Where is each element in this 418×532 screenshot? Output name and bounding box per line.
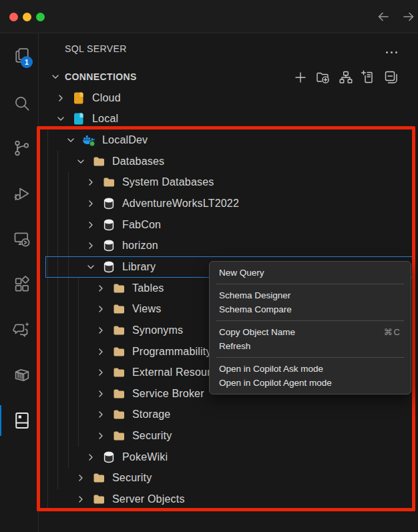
chevron-right-icon[interactable] (95, 325, 106, 336)
menu-item-label: Schema Designer (219, 290, 290, 300)
tree-row-label: LocalDev (102, 134, 148, 146)
add-connection-icon[interactable] (292, 69, 308, 85)
tree-row-localdev[interactable]: LocalDev (39, 129, 418, 151)
extensions-icon[interactable] (13, 275, 31, 294)
chevron-right-icon[interactable] (95, 367, 106, 378)
menu-item-label: Open in Copilot Ask mode (219, 364, 323, 374)
chevron-right-icon[interactable] (85, 177, 96, 188)
more-actions-icon[interactable] (386, 47, 402, 57)
folder-icon (112, 282, 126, 295)
tree-row-security[interactable]: Security (39, 425, 418, 447)
chat-icon[interactable] (13, 320, 31, 339)
tree-row-label: Tables (132, 282, 164, 294)
chevron-right-icon[interactable] (95, 409, 106, 420)
menu-item-open-in-copilot-ask-mode[interactable]: Open in Copilot Ask mode (210, 362, 411, 376)
sidebar-title: SQL SERVER (65, 43, 127, 54)
chevron-down-icon[interactable] (85, 262, 96, 272)
connections-chevron-icon[interactable] (50, 71, 61, 82)
chevron-right-icon[interactable] (75, 473, 86, 483)
chevron-right-icon[interactable] (75, 494, 86, 505)
tree-row-label: Databases (112, 156, 164, 168)
chevron-right-icon[interactable] (95, 304, 106, 314)
context-menu: New QuerySchema DesignerSchema CompareCo… (209, 261, 411, 394)
folder-icon (112, 366, 126, 379)
tree-row-adventureworkslt2022[interactable]: AdventureWorksLT2022 (39, 193, 418, 214)
menu-separator (216, 357, 404, 358)
tree-row-label: AdventureWorksLT2022 (122, 198, 239, 210)
folder-icon (112, 408, 126, 421)
folder-icon (92, 155, 106, 168)
tree-row-label: horizon (122, 240, 158, 252)
tree-row-system-databases[interactable]: System Databases (39, 172, 418, 194)
traffic-lights (9, 13, 45, 21)
docker-icon (82, 134, 95, 147)
database-icon (102, 260, 116, 274)
explorer-badge: 1 (21, 56, 33, 68)
source-control-icon[interactable] (13, 139, 31, 158)
chevron-down-icon[interactable] (75, 156, 86, 167)
tree-row-horizon[interactable]: horizon (39, 235, 418, 256)
tree-row-label: Service Broker (132, 388, 204, 400)
folder-icon (92, 493, 106, 506)
collapse-all-icon[interactable] (383, 69, 399, 85)
tree-row-label: Cloud (92, 92, 121, 104)
close-button[interactable] (9, 13, 18, 21)
server-group-icon[interactable] (338, 69, 354, 85)
remote-explorer-icon[interactable] (13, 230, 31, 248)
menu-separator (216, 320, 404, 321)
chevron-right-icon[interactable] (95, 431, 106, 441)
chevron-down-icon[interactable] (55, 113, 66, 124)
menu-item-copy-object-name[interactable]: Copy Object Name⌘C (210, 325, 411, 339)
chevron-right-icon[interactable] (85, 198, 96, 209)
new-connection-group-icon[interactable] (315, 69, 331, 85)
tree-row-label: Security (132, 430, 172, 442)
sql-server-icon[interactable] (13, 411, 31, 430)
chevron-right-icon[interactable] (95, 388, 106, 399)
menu-item-new-query[interactable]: New Query (210, 266, 411, 280)
containers-icon[interactable] (13, 366, 31, 384)
search-icon[interactable] (13, 94, 31, 113)
chevron-right-icon[interactable] (85, 220, 96, 230)
chevron-right-icon[interactable] (95, 346, 106, 357)
menu-item-schema-designer[interactable]: Schema Designer (210, 288, 411, 302)
chevron-down-icon[interactable] (65, 135, 76, 146)
connections-section-header[interactable]: CONNECTIONS (65, 71, 137, 82)
menu-item-refresh[interactable]: Refresh (210, 339, 411, 353)
chevron-right-icon[interactable] (55, 93, 66, 103)
active-view-indicator (0, 405, 1, 436)
tree-row-databases[interactable]: Databases (39, 151, 418, 172)
database-icon (102, 197, 116, 210)
menu-item-schema-compare[interactable]: Schema Compare (210, 302, 411, 316)
tree-row-label: PokeWiki (122, 451, 168, 463)
menu-separator (216, 284, 404, 284)
maximize-button[interactable] (36, 13, 45, 21)
tree-row-storage[interactable]: Storage (39, 405, 418, 426)
chevron-right-icon[interactable] (95, 283, 106, 294)
folder-icon (112, 302, 126, 316)
tree-row-label: Security (112, 472, 152, 484)
activity-bar: 1 (0, 33, 39, 532)
run-debug-icon[interactable] (13, 184, 31, 203)
add-server-icon[interactable] (361, 69, 377, 85)
tree-row-local[interactable]: Local (39, 109, 418, 130)
menu-item-label: Schema Compare (219, 304, 292, 314)
tree-row-label: FabCon (122, 219, 161, 231)
chevron-right-icon[interactable] (85, 452, 96, 463)
back-arrow-icon[interactable] (376, 9, 391, 24)
titlebar (0, 0, 418, 33)
database-icon (102, 218, 116, 232)
tree-row-server-objects[interactable]: Server Objects (39, 489, 418, 510)
tree-row-pokewiki[interactable]: PokeWiki (39, 447, 418, 468)
tree-row-security[interactable]: Security (39, 468, 418, 489)
chevron-right-icon[interactable] (85, 240, 96, 251)
folder-icon (112, 324, 126, 337)
database-icon (102, 451, 116, 464)
menu-item-open-in-copilot-agent-mode[interactable]: Open in Copilot Agent mode (210, 376, 411, 390)
minimize-button[interactable] (23, 13, 31, 21)
tree-row-fabcon[interactable]: FabCon (39, 214, 418, 236)
tree-row-cloud[interactable]: Cloud (39, 87, 418, 109)
folder-icon (112, 345, 126, 358)
forward-arrow-icon[interactable] (401, 9, 416, 24)
folder-icon (92, 471, 106, 485)
tree-row-label: Server Objects (112, 493, 185, 505)
